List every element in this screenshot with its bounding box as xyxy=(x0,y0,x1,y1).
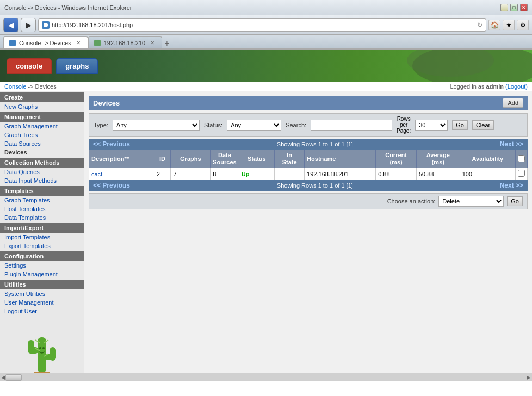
page-title: Devices xyxy=(93,99,120,107)
sidebar-item-settings[interactable]: Settings xyxy=(0,261,84,270)
showing-text-bottom: Showing Rows 1 to 1 of 1 [1] xyxy=(277,182,353,189)
content-header: Devices Add xyxy=(89,96,528,110)
sidebar-section-create: Create xyxy=(0,92,84,102)
col-average-ms[interactable]: Average(ms) xyxy=(416,150,460,168)
star-icon[interactable]: ★ xyxy=(503,20,515,30)
sidebar-item-host-templates[interactable]: Host Templates xyxy=(0,205,84,213)
search-label: Search: xyxy=(286,122,306,128)
clear-button[interactable]: Clear xyxy=(472,120,494,130)
row-checkbox[interactable] xyxy=(518,170,525,177)
status-select[interactable]: Any xyxy=(227,120,281,131)
tab-label-2: 192.168.18.210 xyxy=(104,40,145,46)
search-input[interactable] xyxy=(311,120,392,131)
horizontal-scrollbar[interactable]: ◀ ▶ xyxy=(0,373,532,381)
col-status[interactable]: Status xyxy=(239,150,274,168)
cell-checkbox xyxy=(516,168,528,180)
scroll-thumb-horizontal[interactable] xyxy=(5,374,22,381)
sidebar-item-data-templates[interactable]: Data Templates xyxy=(0,213,84,222)
logged-in-status: Logged in as admin (Logout) xyxy=(450,83,528,90)
maximize-button[interactable]: □ xyxy=(510,4,518,11)
tab-console-devices[interactable]: Console -> Devices ✕ xyxy=(3,36,88,48)
device-link[interactable]: cacti xyxy=(91,171,104,177)
breadcrumb-console-link[interactable]: Console xyxy=(4,83,26,90)
rows-per-page-label: RowsperPage: xyxy=(397,116,411,134)
address-text: http://192.168.18.201/host.php xyxy=(52,22,133,28)
add-button[interactable]: Add xyxy=(503,98,523,108)
sidebar-item-import-templates[interactable]: Import Templates xyxy=(0,233,84,242)
minimize-button[interactable]: ─ xyxy=(500,4,508,11)
sidebar-item-graph-management[interactable]: Graph Management xyxy=(0,122,84,131)
rows-per-page-select[interactable]: 30 xyxy=(415,120,448,131)
tab-favicon-2 xyxy=(94,40,101,46)
graphs-tab[interactable]: graphs xyxy=(56,58,98,74)
cactus-logo-area xyxy=(0,315,84,373)
sidebar-item-data-sources[interactable]: Data Sources xyxy=(0,139,84,148)
action-select[interactable]: Delete xyxy=(438,196,504,207)
prev-button-bottom[interactable]: << Previous xyxy=(93,182,130,189)
cell-description: cacti xyxy=(89,168,154,180)
next-button-top[interactable]: Next >> xyxy=(500,140,523,148)
col-current-ms[interactable]: Current(ms) xyxy=(376,150,417,168)
col-id[interactable]: ID xyxy=(154,150,171,168)
sidebar-item-system-utilities[interactable]: System Utilities xyxy=(0,289,84,298)
close-button[interactable]: ✕ xyxy=(520,4,528,11)
svg-point-11 xyxy=(39,347,41,349)
sidebar-section-collection: Collection Methods xyxy=(0,158,84,168)
table-nav-top: << Previous Showing Rows 1 to 1 of 1 [1]… xyxy=(89,139,528,150)
col-description[interactable]: Description** xyxy=(89,150,154,168)
cell-status: Up xyxy=(239,168,274,180)
svg-rect-3 xyxy=(28,340,34,354)
tab-close-1[interactable]: ✕ xyxy=(75,39,82,47)
showing-text-top: Showing Rows 1 to 1 of 1 [1] xyxy=(277,141,353,147)
next-button-bottom[interactable]: Next >> xyxy=(500,182,523,189)
back-button[interactable]: ◀ xyxy=(3,18,18,32)
tab-ip[interactable]: 192.168.18.210 ✕ xyxy=(88,36,162,48)
console-tab[interactable]: console xyxy=(7,58,52,74)
cell-id: 2 xyxy=(154,168,171,180)
table-nav-bottom: << Previous Showing Rows 1 to 1 of 1 [1]… xyxy=(89,180,528,191)
cell-graphs: 7 xyxy=(171,168,211,180)
table-row: cacti 2 7 8 Up - 192.168.18.201 0.88 50.… xyxy=(89,168,528,180)
sidebar-item-plugin-management[interactable]: Plugin Management xyxy=(0,270,84,279)
col-data-sources[interactable]: DataSources xyxy=(211,150,239,168)
content-area: Devices Add Type: Any Status: Any Search… xyxy=(84,91,532,373)
col-graphs[interactable]: Graphs xyxy=(171,150,211,168)
filter-bar: Type: Any Status: Any Search: RowsperPag… xyxy=(89,113,528,137)
tab-close-2[interactable]: ✕ xyxy=(149,39,156,47)
home-icon[interactable]: 🏠 xyxy=(488,20,500,30)
cell-hostname: 192.168.18.201 xyxy=(305,168,376,180)
action-label: Choose an action: xyxy=(387,198,436,205)
refresh-icon[interactable]: ↻ xyxy=(477,21,482,29)
logout-link[interactable]: (Logout) xyxy=(505,83,528,90)
scroll-left-arrow[interactable]: ◀ xyxy=(1,374,5,380)
sidebar-item-graph-templates[interactable]: Graph Templates xyxy=(0,196,84,205)
address-bar[interactable]: http://192.168.18.201/host.php ↻ xyxy=(38,18,486,32)
tab-label-1: Console -> Devices xyxy=(19,40,71,46)
go-button[interactable]: Go xyxy=(452,120,468,130)
sidebar-item-devices[interactable]: Devices xyxy=(0,148,84,157)
cell-data-sources: 8 xyxy=(211,168,239,180)
prev-button-top[interactable]: << Previous xyxy=(93,140,130,148)
sidebar-item-logout-user[interactable]: Logout User xyxy=(0,307,84,315)
sidebar-item-new-graphs[interactable]: New Graphs xyxy=(0,102,84,111)
sidebar-item-data-queries[interactable]: Data Queries xyxy=(0,168,84,176)
action-bar: Choose an action: Delete Go xyxy=(89,193,528,209)
action-go-button[interactable]: Go xyxy=(507,196,523,206)
cell-current-ms: 0.88 xyxy=(376,168,417,180)
new-tab-button[interactable]: + xyxy=(164,39,169,48)
sidebar-section-import-export: Import/Export xyxy=(0,223,84,233)
sidebar-item-export-templates[interactable]: Export Templates xyxy=(0,242,84,250)
sidebar-section-templates: Templates xyxy=(0,186,84,196)
sidebar-item-graph-trees[interactable]: Graph Trees xyxy=(0,131,84,139)
type-select[interactable]: Any xyxy=(113,120,200,131)
forward-button[interactable]: ▶ xyxy=(21,18,36,32)
col-availability[interactable]: Availability xyxy=(460,150,515,168)
sidebar-item-data-input-methods[interactable]: Data Input Methods xyxy=(0,176,84,185)
select-all-checkbox[interactable] xyxy=(518,155,525,162)
devices-table: Description** ID Graphs DataSources Stat… xyxy=(89,150,528,180)
scroll-right-arrow[interactable]: ▶ xyxy=(527,374,531,380)
col-hostname[interactable]: Hostname xyxy=(305,150,376,168)
tools-icon[interactable]: ⚙ xyxy=(517,20,529,30)
sidebar-item-user-management[interactable]: User Management xyxy=(0,298,84,307)
col-in-state[interactable]: InState xyxy=(275,150,305,168)
